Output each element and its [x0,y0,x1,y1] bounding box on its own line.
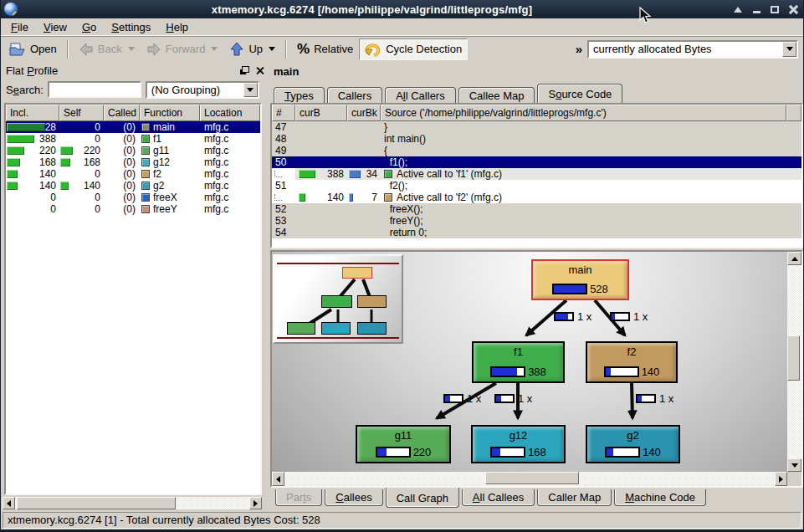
column-header-line[interactable]: # [272,105,295,121]
source-call-row[interactable]: 388 34 Active call to 'f1' (mfg.c) [272,168,801,180]
graph-node-f2[interactable]: f2 140 [586,341,678,383]
column-header-location[interactable]: Location [200,105,260,121]
graph-node-main[interactable]: main 528 [531,259,629,300]
title-bar[interactable]: xtmemory.kcg.6274 [/home/philippe/valgri… [1,0,803,18]
forward-button[interactable]: Forward [141,38,224,60]
scroll-right-button[interactable] [775,472,787,486]
scroll-thumb[interactable] [485,472,579,484]
shade-button[interactable] [731,3,745,15]
source-line[interactable]: 47 } [272,121,801,133]
table-row-g2[interactable]: 140 140 (0) g2 mfg.c [6,180,260,192]
cycle-detection-toggle-button[interactable]: Cycle Detection [359,38,468,60]
function-color-icon [384,193,392,202]
source-line[interactable]: 52 freeX(); [272,203,801,215]
flat-profile-dock-header[interactable]: Flat Profile [3,63,267,78]
tab-parts[interactable]: Parts [275,489,322,506]
source-line[interactable]: 49 { [272,145,801,156]
table-row-main[interactable]: 528 0 (0) main mfg.c [6,121,260,133]
tab-callers[interactable]: Callers [327,87,382,103]
column-header-incl[interactable]: Incl. [6,105,59,121]
call-count-bar [554,312,574,321]
relative-toggle-button[interactable]: % Relative [291,38,359,60]
graph-node-g12[interactable]: g12 168 [471,425,566,463]
app-icon[interactable] [4,3,18,16]
table-row-f2[interactable]: 140 0 (0) f2 mfg.c [6,168,260,180]
back-dropdown-icon [128,47,135,51]
up-button[interactable]: Up [223,38,281,60]
grouping-dropdown-button[interactable] [243,83,258,97]
call-graph-canvas[interactable]: main 528 f1 388 f2 140 g11 220 g12 168 g… [272,252,787,472]
tab-all-callers[interactable]: All Callers [385,87,456,103]
column-header-source[interactable]: Source ('/home/philippe/valgrind/littlep… [381,105,786,121]
graph-node-f1[interactable]: f1 388 [472,341,565,383]
call-graph-view[interactable]: main 528 f1 388 f2 140 g11 220 g12 168 g… [270,250,803,488]
scroll-down-button[interactable] [787,458,801,472]
graph-hscrollbar[interactable] [272,472,787,486]
tab-all-callees[interactable]: All Callees [462,489,535,506]
scroll-left-button[interactable] [3,497,15,509]
cost-bar [604,366,639,377]
flat-profile-hscrollbar[interactable] [3,497,262,509]
scroll-right-button[interactable] [249,497,262,509]
dock-float-button[interactable] [242,66,249,73]
tab-source-code[interactable]: Source Code [537,84,622,103]
source-call-row[interactable]: 140 7 Active call to 'f2' (mfg.c) [272,192,801,203]
tab-caller-map[interactable]: Caller Map [537,489,612,506]
dock-close-button[interactable] [256,67,264,74]
minimize-button[interactable] [750,3,763,15]
table-row-g11[interactable]: 220 220 (0) g11 mfg.c [6,145,260,156]
page-title: main [274,65,299,78]
column-header-curbk[interactable]: curBk [347,105,381,121]
source-line[interactable]: 51 f2(); [272,180,801,192]
scroll-thumb[interactable] [17,497,176,509]
source-line[interactable]: 48 int main() [272,133,801,145]
toolbar-overflow-indicator[interactable]: » [576,42,582,56]
menu-go[interactable]: Go [75,19,103,35]
incl-cost-bar [7,158,20,166]
tab-machine-code[interactable]: Machine Code [614,489,706,506]
dock-title-label: Flat Profile [6,64,58,77]
minimap-node-g2 [357,322,387,334]
curbk-cost-bar [349,193,353,202]
menu-help[interactable]: Help [159,19,195,35]
source-line-selected[interactable]: 50 f1(); [272,156,801,168]
open-button[interactable]: Open [3,38,63,60]
column-header-curb[interactable]: curB [295,105,347,121]
table-row-freeY[interactable]: 0 0 (0) freeY mfg.c [6,203,260,215]
tab-call-graph[interactable]: Call Graph [386,488,459,508]
tab-callee-map[interactable]: Callee Map [458,87,535,103]
scroll-up-button[interactable] [787,252,801,265]
back-button[interactable]: Back [73,38,141,60]
graph-node-g11[interactable]: g11 220 [356,425,451,463]
table-row-f1[interactable]: 388 0 (0) f1 mfg.c [6,133,260,145]
chevron-down-icon [786,47,793,51]
toolbar-separator [285,40,287,59]
self-cost-bar [60,158,70,166]
event-type-select[interactable]: currently allocated Bytes [587,40,798,59]
source-line[interactable]: 53 freeY(); [272,215,801,227]
search-input[interactable] [48,81,141,98]
column-header-called[interactable]: Called [104,105,140,121]
maximize-button[interactable] [768,3,781,15]
open-folder-icon [9,42,26,57]
scroll-left-button[interactable] [272,472,284,486]
column-header-self[interactable]: Self [59,105,104,121]
close-button[interactable] [786,3,800,15]
source-line[interactable]: 54 return 0; [272,227,801,238]
tab-types[interactable]: Types [274,87,325,103]
table-row-freeX[interactable]: 0 0 (0) freeX mfg.c [6,192,260,203]
incl-cost-bar [7,170,18,178]
menu-file[interactable]: File [4,19,35,35]
column-header-function[interactable]: Function [140,105,200,121]
event-type-dropdown-button[interactable] [782,42,796,57]
table-row-g12[interactable]: 168 168 (0) g12 mfg.c [6,156,260,168]
graph-overview-minimap[interactable] [273,254,403,344]
grouping-select[interactable]: (No Grouping) [146,81,259,99]
menu-settings[interactable]: Settings [105,19,157,35]
graph-node-g2[interactable]: g2 140 [586,425,680,463]
graph-vscrollbar[interactable] [787,252,801,472]
scroll-thumb[interactable] [787,335,800,381]
tab-callees[interactable]: Callees [325,489,382,506]
menu-view[interactable]: View [37,19,74,35]
window-title: xtmemory.kcg.6274 [/home/philippe/valgri… [18,3,726,16]
